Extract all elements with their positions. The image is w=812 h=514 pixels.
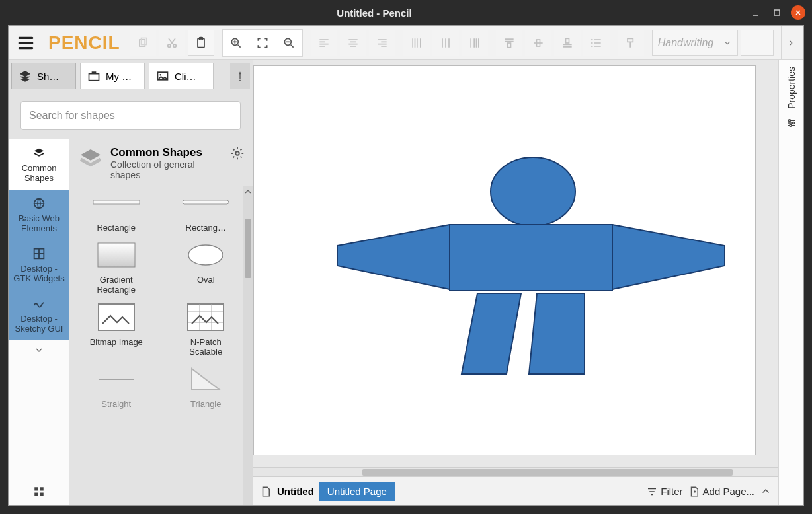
layers-icon (77, 146, 104, 172)
align-bottom-button[interactable] (554, 30, 581, 56)
minimize-button[interactable] (749, 5, 763, 20)
svg-rect-34 (183, 200, 229, 204)
zoom-fit-button[interactable] (249, 30, 276, 56)
menu-button[interactable] (13, 30, 39, 56)
shape-oval[interactable]: Oval (165, 238, 248, 295)
shape-triangle[interactable]: Triangle (165, 362, 248, 409)
copy-button[interactable] (130, 30, 156, 56)
page-nav-button[interactable] (760, 486, 772, 497)
svg-point-21 (591, 42, 593, 44)
svg-rect-35 (98, 243, 135, 267)
shape-collection: Common Shapes Collection of general shap… (69, 139, 253, 505)
briefcase-icon (87, 69, 101, 83)
svg-line-11 (237, 44, 240, 47)
canvas-page[interactable] (253, 65, 756, 455)
collection-title: Common Shapes (110, 146, 223, 159)
window-icon (32, 246, 46, 261)
align-center-button[interactable] (340, 30, 366, 56)
svg-rect-33 (93, 200, 140, 204)
toolbar: PENCIL Handwriting (9, 26, 803, 60)
horizontal-scrollbar[interactable] (253, 467, 778, 476)
svg-point-20 (591, 38, 593, 40)
filter-icon (646, 486, 658, 497)
category-basic-web[interactable]: Basic Web Elements (9, 190, 69, 240)
svg-point-36 (188, 245, 223, 265)
tab-my-shapes[interactable]: My … (80, 63, 145, 89)
settings-icon[interactable] (786, 117, 797, 131)
svg-rect-4 (140, 40, 145, 46)
tab-shapes[interactable]: Sh… (11, 63, 76, 89)
properties-tab[interactable]: Properties (786, 67, 797, 109)
category-grid-button[interactable] (9, 478, 69, 505)
distribute-center-button[interactable] (432, 30, 459, 56)
shape-rectangle[interactable]: Rectangle (75, 186, 158, 233)
shape-bitmap-image[interactable]: Bitmap Image (75, 300, 158, 357)
svg-rect-28 (34, 487, 38, 490)
align-right-button[interactable] (369, 30, 395, 56)
svg-point-6 (167, 44, 170, 47)
align-left-button[interactable] (311, 30, 337, 56)
maximize-button[interactable] (770, 5, 784, 20)
layers-icon (32, 146, 46, 161)
shape-list-scrollbar[interactable] (243, 186, 253, 505)
paste-button[interactable] (188, 30, 214, 56)
svg-rect-5 (141, 38, 146, 44)
cut-button[interactable] (159, 30, 185, 56)
font-size-input[interactable] (741, 30, 774, 56)
add-page-button[interactable]: Add Page... (688, 486, 754, 497)
distribute-right-button[interactable] (462, 30, 488, 56)
category-gtk[interactable]: Desktop - GTK Widgets (9, 240, 69, 290)
page-tab[interactable]: Untitled Page (319, 482, 395, 501)
shape-right-arm[interactable] (612, 225, 725, 289)
font-selector[interactable]: Handwriting (652, 30, 738, 56)
shape-npatch[interactable]: N-Patch Scalable (165, 300, 248, 357)
layers-icon (19, 69, 32, 83)
svg-rect-23 (89, 74, 99, 81)
category-gtk-label: Desktop - GTK Widgets (11, 264, 67, 283)
left-panel: Sh… My … Cli… (9, 60, 253, 505)
svg-point-22 (591, 45, 593, 47)
category-sketchy[interactable]: Desktop - Sketchy GUI (9, 290, 69, 340)
globe-icon (32, 196, 46, 211)
search-input[interactable] (20, 101, 241, 130)
shape-gradient-rectangle[interactable]: Gradient Rectangle (75, 238, 158, 295)
svg-rect-29 (40, 487, 44, 490)
gear-icon (230, 146, 245, 161)
shape-straight[interactable]: Straight (75, 362, 158, 409)
distribute-left-button[interactable] (403, 30, 430, 56)
category-expand-button[interactable] (9, 340, 69, 360)
shape-left-arm[interactable] (337, 225, 450, 289)
shape-rectangle-rounded[interactable]: Rectang… (165, 186, 248, 233)
tab-my-label: My … (106, 71, 132, 82)
svg-rect-17 (507, 43, 510, 48)
svg-rect-19 (565, 38, 569, 43)
svg-point-40 (788, 120, 790, 122)
tab-clipart[interactable]: Cli… (149, 63, 214, 89)
collection-settings-button[interactable] (230, 146, 245, 163)
zoom-in-button[interactable] (223, 30, 249, 56)
shape-right-leg[interactable] (529, 293, 585, 374)
format-painter-button[interactable] (618, 30, 644, 56)
image-icon (156, 69, 169, 83)
filter-button[interactable]: Filter (646, 486, 682, 497)
canvas-viewport[interactable] (253, 60, 778, 467)
category-common-shapes[interactable]: Common Shapes (9, 139, 69, 190)
svg-point-7 (173, 44, 176, 47)
toolbar-overflow-button[interactable] (781, 26, 799, 60)
align-middle-button[interactable] (525, 30, 551, 56)
add-page-icon (688, 486, 700, 497)
svg-point-42 (790, 124, 792, 126)
shape-torso[interactable] (450, 225, 612, 291)
zoom-out-button[interactable] (276, 30, 302, 56)
right-panel: Properties (778, 60, 803, 505)
bottom-bar: Untitled Untitled Page Filter Add Page..… (253, 476, 778, 505)
canvas-area: Untitled Untitled Page Filter Add Page..… (253, 60, 778, 505)
pin-panel-button[interactable] (230, 63, 250, 89)
tab-clipart-label: Cli… (175, 71, 196, 82)
shape-left-leg[interactable] (462, 293, 521, 374)
document-icon (260, 486, 272, 497)
align-top-button[interactable] (496, 30, 522, 56)
shape-head[interactable] (491, 157, 575, 226)
close-button[interactable] (791, 5, 805, 20)
list-button[interactable] (583, 30, 610, 56)
